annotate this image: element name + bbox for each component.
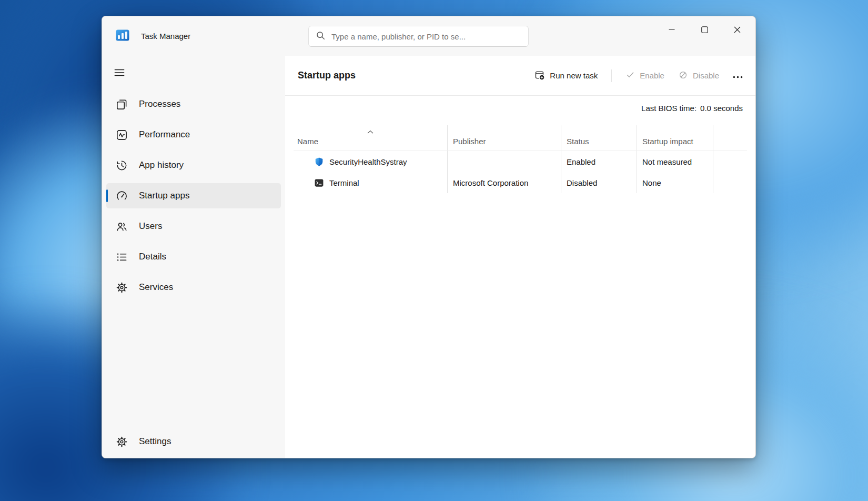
sidebar-item-processes[interactable]: Processes: [106, 92, 281, 117]
block-icon: [678, 70, 688, 82]
selected-indicator: [106, 189, 108, 202]
close-button[interactable]: [721, 18, 753, 41]
search-input[interactable]: [331, 32, 521, 41]
table-row[interactable]: SecurityHealthSystray Enabled Not measur…: [294, 151, 747, 172]
startup-apps-table: Name Publisher Status Startup impact: [294, 125, 747, 193]
column-header-publisher[interactable]: Publisher: [448, 125, 561, 151]
performance-icon: [116, 129, 128, 141]
window-title: Task Manager: [141, 32, 190, 41]
more-options-button[interactable]: [733, 71, 743, 80]
titlebar: Task Manager: [102, 16, 755, 56]
sidebar: Processes Performance: [102, 56, 285, 458]
disable-button[interactable]: Disable: [678, 70, 719, 82]
table-header-row: Name Publisher Status Startup impact: [294, 125, 747, 151]
row-status: Enabled: [561, 151, 637, 172]
users-icon: [116, 221, 128, 233]
content-header: Startup apps: [285, 56, 755, 96]
row-startup-impact: None: [637, 172, 713, 193]
sidebar-item-label: Performance: [139, 129, 190, 140]
more-icon: [733, 71, 743, 80]
page-title: Startup apps: [298, 70, 356, 81]
bios-value: 0.0 seconds: [700, 104, 743, 113]
sidebar-item-label: App history: [139, 160, 184, 171]
check-icon: [625, 70, 635, 81]
row-startup-impact: Not measured: [637, 151, 713, 172]
sidebar-item-startup-apps[interactable]: Startup apps: [106, 183, 281, 208]
sidebar-item-label: Details: [139, 252, 166, 262]
search-icon: [316, 31, 325, 42]
sidebar-item-label: Processes: [139, 99, 180, 109]
last-bios-time: Last BIOS time:0.0 seconds: [285, 104, 755, 113]
sidebar-item-settings[interactable]: Settings: [106, 429, 281, 454]
sidebar-item-app-history[interactable]: App history: [106, 153, 281, 178]
row-name: Terminal: [329, 178, 359, 187]
sidebar-item-details[interactable]: Details: [106, 244, 281, 269]
details-icon: [116, 251, 128, 263]
sidebar-item-users[interactable]: Users: [106, 214, 281, 239]
sidebar-item-label: Startup apps: [139, 191, 189, 201]
table-row[interactable]: Terminal Microsoft Corporation Disabled …: [294, 172, 747, 193]
column-header-startup-impact[interactable]: Startup impact: [637, 125, 713, 151]
row-name: SecurityHealthSystray: [329, 157, 407, 166]
bios-label: Last BIOS time:: [641, 104, 697, 113]
sort-ascending-icon: [367, 127, 374, 136]
sidebar-item-performance[interactable]: Performance: [106, 122, 281, 147]
row-publisher: [448, 151, 561, 172]
run-new-task-button[interactable]: Run new task: [534, 69, 598, 82]
sidebar-item-services[interactable]: Services: [106, 275, 281, 300]
column-header-status[interactable]: Status: [561, 125, 637, 151]
processes-icon: [116, 98, 128, 111]
enable-button[interactable]: Enable: [625, 70, 664, 81]
app-history-icon: [116, 159, 128, 172]
new-task-icon: [534, 69, 545, 82]
sidebar-item-label: Users: [139, 221, 162, 232]
shield-icon: [314, 157, 324, 167]
search-box: [308, 26, 529, 47]
task-manager-window: Task Manager: [102, 16, 756, 458]
services-icon: [116, 282, 128, 294]
toolbar: Run new task Enable: [534, 69, 743, 82]
column-header-name[interactable]: Name: [294, 125, 448, 151]
menu-icon: [113, 66, 126, 81]
minimize-button[interactable]: [655, 18, 688, 41]
toolbar-separator: [611, 69, 612, 82]
window-controls: [655, 18, 753, 41]
sidebar-item-label: Services: [139, 282, 173, 293]
sidebar-item-label: Settings: [139, 436, 171, 447]
main-content: Startup apps: [285, 56, 755, 458]
terminal-icon: [314, 178, 324, 188]
startup-apps-icon: [116, 190, 128, 202]
settings-icon: [116, 436, 128, 448]
row-publisher: Microsoft Corporation: [448, 172, 561, 193]
task-manager-app-icon: [116, 29, 129, 43]
navigation-menu-button[interactable]: [108, 63, 132, 83]
maximize-button[interactable]: [688, 18, 721, 41]
column-header-spacer: [713, 125, 747, 151]
row-status: Disabled: [561, 172, 637, 193]
